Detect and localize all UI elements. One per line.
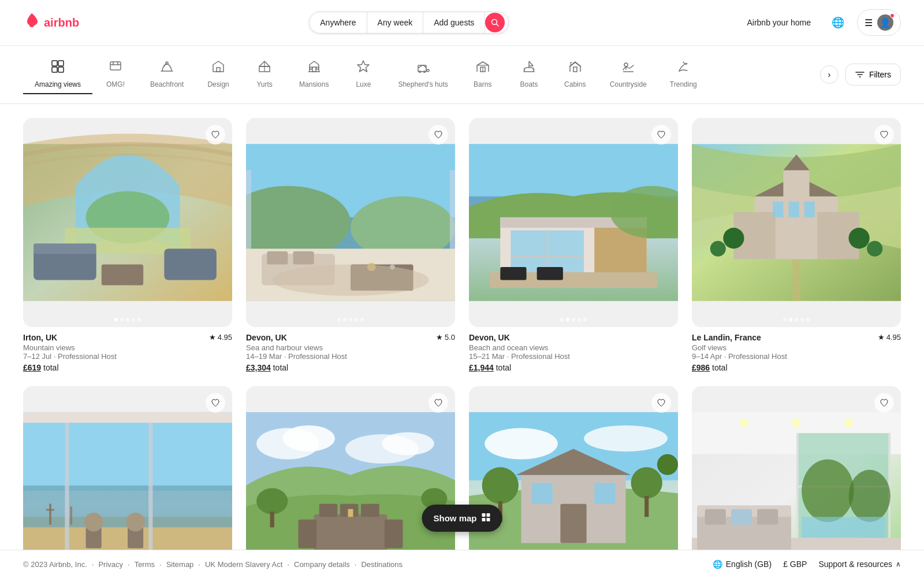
listing-card-3[interactable]: Devon, UK Beach and ocean views 15–21 Ma… — [469, 118, 678, 372]
wishlist-button-3[interactable] — [651, 125, 671, 144]
show-map-label: Show map — [433, 513, 476, 523]
svg-point-91 — [382, 432, 434, 455]
category-trending[interactable]: Trending — [658, 55, 709, 94]
dot — [337, 318, 341, 321]
footer-link-company[interactable]: Company details — [294, 560, 350, 569]
svg-rect-64 — [788, 202, 799, 217]
category-boats[interactable]: Boats — [506, 55, 552, 94]
search-add-guests[interactable]: Add guests — [423, 12, 485, 33]
airbnb-your-home[interactable]: Airbnb your home — [739, 12, 819, 33]
filters-button[interactable]: Filters — [845, 64, 901, 86]
svg-rect-4 — [52, 61, 57, 66]
globe-footer-icon: 🌐 — [713, 560, 722, 569]
listing-info-1: Irton, UK ★ 4.95 Mountain views 7–12 Jul… — [23, 327, 232, 372]
listing-image-wrap-3 — [469, 118, 678, 327]
yurts-label: Yurts — [256, 80, 272, 88]
star-icon-4: ★ — [878, 333, 885, 342]
dot — [355, 318, 358, 321]
wishlist-button-4[interactable] — [874, 125, 894, 144]
category-omg[interactable]: OMG! — [92, 55, 139, 94]
category-design[interactable]: Design — [195, 55, 241, 94]
user-menu-button[interactable]: ☰ 👤 — [857, 9, 901, 36]
svg-point-121 — [844, 418, 852, 427]
support-label: Support & resources — [818, 560, 892, 569]
svg-rect-55 — [500, 267, 526, 280]
footer-support[interactable]: Support & resources ∧ — [818, 560, 901, 569]
svg-point-9 — [166, 62, 168, 64]
price-label-2: total — [273, 363, 288, 372]
logo-text: airbnb — [44, 16, 79, 29]
listing-card-1[interactable]: Irton, UK ★ 4.95 Mountain views 7–12 Jul… — [23, 118, 232, 372]
search-anywhere[interactable]: Anywhere — [310, 12, 367, 33]
show-map-button[interactable]: Show map — [422, 505, 502, 532]
search-submit-button[interactable] — [485, 13, 505, 32]
price-label-4: total — [712, 363, 727, 372]
wishlist-button-6[interactable] — [429, 393, 448, 413]
category-nav-arrow[interactable]: › — [820, 65, 839, 84]
listing-image-wrap-2 — [246, 118, 455, 327]
listing-image-4 — [692, 118, 901, 327]
svg-point-114 — [631, 467, 662, 498]
search-any-week[interactable]: Any week — [367, 12, 424, 33]
category-mansions[interactable]: Mansions — [288, 55, 340, 94]
wishlist-button-7[interactable] — [651, 393, 671, 413]
svg-rect-93 — [299, 520, 317, 549]
category-cabins[interactable]: Cabins — [552, 55, 598, 94]
heart-icon-4 — [880, 130, 889, 139]
beachfront-label: Beachfront — [150, 80, 184, 88]
language-button[interactable]: 🌐 — [827, 12, 849, 34]
listing-card-2[interactable]: Devon, UK ★ 5.0 Sea and harbour views 14… — [246, 118, 455, 372]
svg-rect-13 — [310, 67, 312, 69]
logo[interactable]: airbnb — [23, 12, 79, 34]
countryside-label: Countryside — [610, 80, 647, 88]
category-yurts[interactable]: Yurts — [241, 55, 288, 94]
heart-icon-5 — [211, 398, 220, 407]
category-countryside[interactable]: Countryside — [598, 55, 658, 94]
listing-price-2: £3,304 total — [246, 363, 455, 372]
category-amazing-views[interactable]: Amazing views — [23, 55, 92, 94]
wishlist-button-8[interactable] — [874, 393, 894, 413]
category-beachfront[interactable]: Beachfront — [139, 55, 195, 94]
heart-icon-2 — [434, 130, 443, 139]
svg-rect-139 — [487, 518, 490, 521]
dot — [343, 318, 346, 321]
svg-point-1 — [31, 21, 35, 27]
category-items: Amazing views OMG! — [23, 55, 815, 94]
svg-rect-84 — [46, 509, 54, 511]
svg-rect-10 — [217, 68, 220, 72]
listing-dates-1: 7–12 Jul · Professional Host — [23, 352, 232, 361]
filter-icon — [855, 70, 865, 79]
category-luxe[interactable]: Luxe — [340, 55, 386, 94]
svg-rect-100 — [270, 512, 274, 527]
footer-link-privacy[interactable]: Privacy — [98, 560, 123, 569]
footer-link-destinations[interactable]: Destinations — [361, 560, 403, 569]
svg-rect-76 — [148, 412, 152, 569]
map-grid-icon — [482, 513, 491, 524]
dot — [360, 318, 364, 321]
svg-rect-115 — [644, 496, 649, 517]
listing-card-4[interactable]: Le Landin, France ★ 4.95 Golf views 9–14… — [692, 118, 901, 372]
listing-location-1: Irton, UK — [23, 333, 57, 342]
boats-label: Boats — [520, 80, 538, 88]
listing-image-2 — [246, 118, 455, 327]
footer-currency[interactable]: £ GBP — [783, 560, 807, 569]
svg-rect-137 — [487, 513, 490, 517]
footer-link-sitemap[interactable]: Sitemap — [166, 560, 194, 569]
rating-value-1: 4.95 — [218, 333, 232, 342]
wishlist-button-1[interactable] — [206, 125, 225, 144]
svg-rect-77 — [23, 412, 232, 423]
svg-rect-110 — [594, 483, 615, 503]
category-shepherds-huts[interactable]: Shepherd's huts — [386, 55, 459, 94]
category-barns[interactable]: Barns — [460, 55, 506, 94]
svg-point-112 — [482, 467, 519, 503]
footer-link-slavery[interactable]: UK Modern Slavery Act — [205, 560, 282, 569]
footer-link-terms[interactable]: Terms — [135, 560, 155, 569]
star-icon-2: ★ — [436, 333, 443, 342]
svg-rect-85 — [70, 506, 72, 525]
wishlist-button-5[interactable] — [206, 393, 225, 413]
wishlist-button-2[interactable] — [429, 125, 448, 144]
listing-location-4: Le Landin, France — [692, 333, 761, 342]
filters-label: Filters — [869, 70, 891, 79]
search-bar[interactable]: Anywhere Any week Add guests — [309, 12, 509, 34]
footer-language[interactable]: 🌐 English (GB) — [713, 560, 772, 569]
